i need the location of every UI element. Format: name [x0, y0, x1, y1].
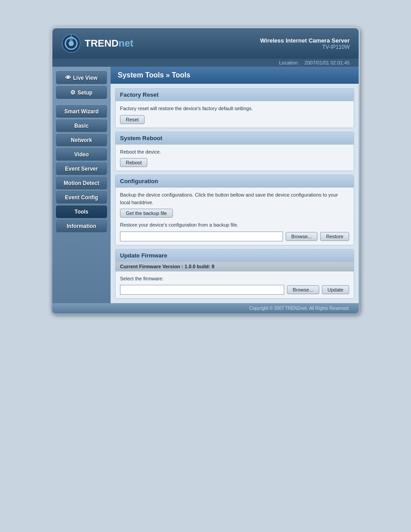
sidebar-item-basic[interactable]: Basic	[56, 120, 107, 132]
tools-label: Tools	[74, 209, 88, 215]
setup-label: Setup	[77, 90, 92, 96]
sidebar-divider	[56, 101, 107, 103]
logo-area: TRENDnet	[61, 34, 133, 53]
backup-description: Backup the device configurations. Click …	[120, 191, 349, 206]
breadcrumb: System Tools » Tools	[118, 71, 190, 79]
restore-description: Restore your device's configuration from…	[120, 221, 349, 229]
trendnet-logo-icon	[61, 34, 81, 53]
update-firmware-body: Select the firmware: Browse... Update	[116, 271, 354, 299]
video-label: Video	[74, 151, 89, 158]
sidebar-item-smart-wizard[interactable]: Smart Wizard	[56, 105, 107, 118]
event-config-row: ➤ Event Config	[56, 191, 107, 204]
header-right: Wireless Internet Camera Server TV-IP110…	[260, 37, 350, 50]
configuration-section: Configuration Backup the device configur…	[115, 175, 354, 245]
sidebar-item-network[interactable]: Network	[56, 134, 107, 146]
copyright-text: Copyright © 2007 TRENDnet. All Rights Re…	[249, 306, 350, 311]
live-view-icon: 👁	[65, 74, 71, 81]
information-label: Information	[67, 223, 96, 229]
configuration-title: Configuration	[116, 175, 354, 188]
network-label: Network	[71, 137, 92, 143]
event-server-label: Event Server	[65, 166, 98, 172]
factory-reset-section: Factory Reset Factory reset will restore…	[115, 88, 354, 128]
footer: Copyright © 2007 TRENDnet. All Rights Re…	[52, 303, 359, 313]
firmware-file-input[interactable]	[120, 285, 284, 295]
reset-button[interactable]: Reset	[120, 115, 145, 124]
event-config-label: Event Config	[65, 194, 98, 201]
timestamp: 2007/01/01 02:01:45	[304, 60, 350, 65]
firmware-update-row: Browse... Update	[120, 285, 349, 295]
sidebar-item-event-config[interactable]: Event Config	[56, 191, 107, 204]
sidebar-setup-button[interactable]: ⚙ Setup	[56, 86, 107, 99]
sidebar-item-information[interactable]: Information	[56, 220, 107, 232]
sidebar-item-event-server[interactable]: Event Server	[56, 163, 107, 175]
restore-browse-button[interactable]: Browse...	[286, 232, 318, 241]
restore-file-input[interactable]	[120, 232, 283, 241]
content-body: Factory Reset Factory reset will restore…	[111, 84, 359, 303]
factory-reset-description: Factory reset will restore the device's …	[120, 105, 349, 112]
header: TRENDnet Wireless Internet Camera Server…	[52, 28, 359, 59]
reboot-button[interactable]: Reboot	[120, 158, 147, 167]
factory-reset-body: Factory reset will restore the device's …	[116, 101, 354, 128]
outer-frame: TRENDnet Wireless Internet Camera Server…	[51, 27, 360, 315]
sidebar-live-view-button[interactable]: 👁 Live View	[56, 71, 107, 84]
select-firmware-label: Select the firmware:	[120, 275, 349, 283]
logo-text: TRENDnet	[85, 38, 133, 49]
device-title: Wireless Internet Camera Server	[260, 37, 350, 44]
sidebar-item-motion-detect[interactable]: Motion Detect	[56, 177, 107, 189]
sidebar-item-video[interactable]: Video	[56, 148, 107, 161]
basic-label: Basic	[74, 123, 89, 129]
live-view-label: Live View	[73, 75, 97, 81]
inner-frame: TRENDnet Wireless Internet Camera Server…	[52, 28, 359, 313]
restore-row: Browse... Restore	[120, 232, 349, 241]
firmware-version: Current Firmware Version : 1.0.0 build: …	[116, 262, 354, 271]
firmware-browse-button[interactable]: Browse...	[287, 285, 319, 294]
content-area: System Tools » Tools Factory Reset Facto…	[111, 67, 359, 303]
factory-reset-title: Factory Reset	[116, 89, 354, 101]
main-layout: 👁 Live View ⚙ Setup Smart Wizard Basic	[52, 67, 359, 303]
configuration-body: Backup the device configurations. Click …	[116, 188, 354, 245]
sidebar: 👁 Live View ⚙ Setup Smart Wizard Basic	[52, 67, 111, 303]
device-model: TV-IP110W	[260, 44, 350, 50]
update-button[interactable]: Update	[322, 285, 349, 294]
content-header: System Tools » Tools	[111, 67, 359, 84]
location-label: Location:	[279, 60, 299, 65]
smart-wizard-label: Smart Wizard	[64, 108, 99, 115]
system-reboot-title: System Reboot	[116, 132, 354, 145]
sidebar-item-tools[interactable]: Tools	[56, 206, 107, 218]
system-reboot-body: Reboot the device. Reboot	[116, 145, 354, 171]
update-firmware-title: Update Firmware	[116, 249, 354, 262]
system-reboot-section: System Reboot Reboot the device. Reboot	[115, 132, 354, 172]
update-firmware-section: Update Firmware Current Firmware Version…	[115, 249, 354, 299]
motion-detect-label: Motion Detect	[64, 180, 99, 186]
location-bar: Location: 2007/01/01 02:01:45	[52, 59, 359, 67]
setup-icon: ⚙	[70, 89, 76, 96]
restore-button[interactable]: Restore	[320, 232, 349, 241]
get-backup-button[interactable]: Get the backup file	[120, 209, 173, 218]
system-reboot-description: Reboot the device.	[120, 148, 349, 156]
